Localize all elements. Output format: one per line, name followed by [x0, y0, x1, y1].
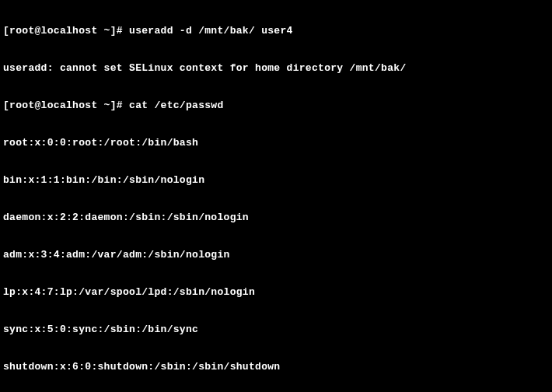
terminal-line: lp:x:4:7:lp:/var/spool/lpd:/sbin/nologin [3, 286, 549, 299]
terminal-line: sync:x:5:0:sync:/sbin:/bin/sync [3, 324, 549, 336]
terminal-line: root:x:0:0:root:/root:/bin/bash [3, 137, 549, 149]
terminal-line: bin:x:1:1:bin:/bin:/sbin/nologin [3, 174, 549, 187]
terminal-line: useradd: cannot set SELinux context for … [3, 62, 549, 75]
terminal-line: [root@localhost ~]# useradd -d /mnt/bak/… [3, 25, 549, 37]
terminal-line: adm:x:3:4:adm:/var/adm:/sbin/nologin [3, 249, 549, 261]
terminal-line: shutdown:x:6:0:shutdown:/sbin:/sbin/shut… [3, 361, 549, 373]
terminal-line: daemon:x:2:2:daemon:/sbin:/sbin/nologin [3, 212, 549, 224]
terminal-output[interactable]: [root@localhost ~]# useradd -d /mnt/bak/… [0, 0, 552, 392]
terminal-line: [root@localhost ~]# cat /etc/passwd [3, 100, 549, 112]
